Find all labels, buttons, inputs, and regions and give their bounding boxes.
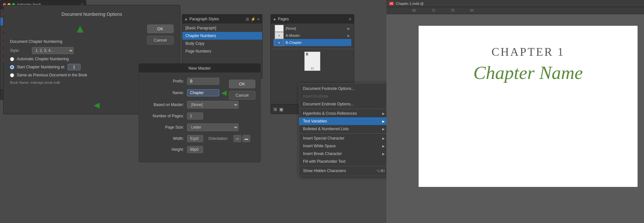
orientation-buttons: ▭ ▬: [233, 135, 250, 142]
ctx-divider-2: [299, 133, 389, 134]
doc-area: Ai Chapter-1.indd @ 66 72 78 84 Chapter …: [386, 0, 644, 223]
master-b-chapter[interactable]: B B-Chapter: [273, 39, 351, 46]
style-row: Style: 1, 2, 3, 4...: [10, 47, 174, 54]
para-menu-icon[interactable]: ≡: [257, 17, 260, 22]
master-a[interactable]: A A-Master ▶: [273, 32, 351, 39]
pages-divider: [271, 49, 354, 49]
num-pages-row: Number of Pages:: [145, 112, 254, 120]
chapter-heading: Chapter 1: [419, 45, 638, 59]
ruler-72: 72: [431, 9, 451, 12]
page-size-select[interactable]: Letter: [187, 123, 239, 131]
ctx-insert-special[interactable]: Insert Special Character ▶: [299, 134, 389, 142]
ruler-78: 78: [451, 9, 470, 12]
ctx-text-variables[interactable]: Text Variables ▶: [299, 117, 389, 125]
master-none[interactable]: [None] ▶: [273, 25, 351, 32]
based-on-row: Based on Master: [None]: [145, 101, 254, 109]
num-pages-label: Number of Pages:: [145, 114, 187, 118]
para-add-icon[interactable]: ⊞: [246, 17, 249, 22]
numbering-panel-title: Document Numbering Options: [10, 12, 174, 17]
pages-view-icon[interactable]: ⊞: [273, 107, 277, 112]
portrait-button[interactable]: ▭: [233, 135, 241, 142]
master-a-label: A-Master: [286, 34, 300, 37]
para-page-numbers-label: Page Numbers: [185, 49, 211, 53]
ctx-doc-footnote-label: Document Footnote Options...: [303, 86, 355, 91]
new-master-title: New Master: [139, 63, 260, 73]
start-chapter-input[interactable]: [68, 64, 80, 70]
height-input[interactable]: [187, 146, 203, 153]
ctx-doc-footnote[interactable]: Document Footnote Options...: [299, 85, 389, 92]
auto-chapter-label: Automatic Chapter Numbering: [17, 57, 69, 61]
pages-menu-icon[interactable]: ≡: [349, 16, 351, 22]
numbering-ok-button[interactable]: OK: [147, 24, 174, 33]
ctx-hyperlinks-arrow: ▶: [382, 112, 385, 115]
para-page-numbers[interactable]: Page Numbers: [182, 47, 262, 55]
pages-thumb-area: B 21: [271, 50, 354, 72]
start-chapter-radio[interactable]: [10, 65, 14, 69]
page-21-thumb[interactable]: B 21: [304, 52, 320, 71]
ctx-insert-white-space-arrow: ▶: [382, 144, 385, 148]
para-basic[interactable]: [Basic Paragraph]: [182, 24, 262, 32]
arrow-left-indicator: ◀: [94, 101, 99, 110]
arrow-up-indicator: ▲: [74, 23, 86, 34]
prefix-input[interactable]: [187, 78, 219, 85]
height-row: Height:: [145, 146, 254, 153]
ctx-show-hidden[interactable]: Show Hidden Characters ⌥⌘I: [299, 167, 389, 175]
para-chapter-numbers[interactable]: Chapter Numbers: [182, 32, 262, 40]
master-none-thumb: [275, 25, 284, 32]
ctx-hyperlinks-label: Hyperlinks & Cross-References: [303, 111, 357, 116]
pages-spread-icon[interactable]: ▣: [279, 107, 283, 112]
para-basic-label: [Basic Paragraph]: [185, 26, 216, 30]
ctx-text-variables-label: Text Variables: [303, 119, 327, 123]
page-size-label: Page Size:: [145, 125, 187, 130]
ctx-insert-break[interactable]: Insert Break Character ▶: [299, 150, 389, 158]
ctx-fill-placeholder[interactable]: Fill with Placeholder Text: [299, 158, 389, 165]
name-input[interactable]: [187, 89, 219, 96]
para-chapter-numbers-label: Chapter Numbers: [185, 34, 216, 38]
ctx-text-variables-arrow: ▶: [382, 120, 385, 123]
based-on-label: Based on Master:: [145, 102, 187, 107]
para-panel-titlebar: ◆ Paragraph Styles ⊞ ⚡ ≡: [182, 15, 262, 24]
auto-chapter-radio[interactable]: [10, 57, 14, 61]
height-label: Height:: [145, 147, 187, 152]
ctx-hyperlinks[interactable]: Hyperlinks & Cross-References ▶: [299, 110, 389, 117]
orientation-label: Orientation:: [208, 136, 228, 141]
ctx-fill-placeholder-label: Fill with Placeholder Text: [303, 159, 346, 164]
arrow-chapter-left: ◀: [221, 89, 227, 97]
new-master-dialog: New Master OK Cancel Prefix: Name: ◀ Bas…: [138, 63, 261, 162]
new-master-ok-button[interactable]: OK: [229, 80, 255, 88]
ctx-insert-endnote-label: Insert Endnote: [303, 94, 328, 99]
same-as-prev-radio[interactable]: [10, 73, 14, 77]
ctx-bulleted-lists-label: Bulleted & Numbered Lists: [303, 127, 349, 131]
ctx-bulleted-lists[interactable]: Bulleted & Numbered Lists ▶: [299, 125, 389, 133]
ctx-divider-1: [299, 109, 389, 109]
ctx-show-hidden-shortcut: ⌥⌘I: [376, 169, 385, 173]
numbering-cancel-button[interactable]: Cancel: [147, 36, 174, 44]
ctx-doc-endnote[interactable]: Document Endnote Options...: [299, 100, 389, 108]
ctx-divider-3: [299, 166, 389, 166]
para-lightning-icon[interactable]: ⚡: [251, 17, 256, 22]
doc-ruler: 66 72 78 84: [386, 7, 644, 14]
num-pages-input[interactable]: [187, 112, 203, 120]
chapter-name: Chapter Name: [419, 62, 638, 83]
new-master-cancel-button[interactable]: Cancel: [229, 91, 255, 100]
name-label: Name:: [145, 91, 187, 95]
start-chapter-label: Start Chapter Numbering at:: [17, 65, 65, 69]
para-rows: [Basic Paragraph] Chapter Numbers Body C…: [182, 24, 262, 56]
style-select[interactable]: 1, 2, 3, 4...: [32, 47, 74, 54]
ctx-insert-break-label: Insert Break Character: [303, 151, 342, 156]
based-on-select[interactable]: [None]: [187, 101, 239, 109]
doc-page: Chapter 1 Chapter Name: [419, 26, 638, 187]
indd-icon: Ai: [389, 2, 394, 5]
para-body-copy-label: Body Copy: [185, 41, 204, 46]
para-panel-title: Paragraph Styles: [189, 17, 244, 21]
para-body-copy[interactable]: Body Copy: [182, 40, 262, 47]
width-label: Width:: [145, 136, 187, 141]
ctx-insert-white-space-label: Insert White Space: [303, 144, 336, 148]
style-label: Style:: [10, 48, 29, 53]
dimensions-row: Width: Orientation: ▭ ▬: [145, 135, 254, 142]
landscape-button[interactable]: ▬: [242, 135, 250, 142]
ctx-insert-white-space[interactable]: Insert White Space ▶: [299, 142, 389, 150]
pages-panel-title: Pages: [278, 17, 347, 21]
master-none-label: [None]: [286, 26, 296, 30]
width-input[interactable]: [187, 135, 203, 142]
